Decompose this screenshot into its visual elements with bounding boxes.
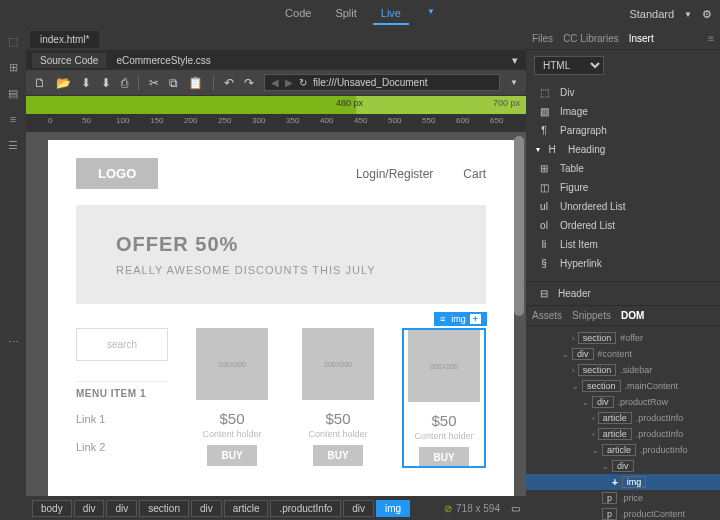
insert-item-heading[interactable]: HHeading [526, 140, 720, 159]
nav-back-icon[interactable]: ◀ [271, 77, 279, 88]
print-icon[interactable]: ⎙ [121, 76, 128, 90]
add-before-icon[interactable]: + [612, 477, 618, 488]
product-card[interactable]: 200X200 $50 Content holder BUY [296, 328, 380, 468]
device-icon[interactable]: ▭ [511, 503, 520, 514]
dom-node-section[interactable]: ›section.sidebar [526, 362, 720, 378]
nav-cart[interactable]: Cart [463, 167, 486, 181]
crumb-section[interactable]: section [139, 500, 189, 517]
url-dropdown-icon[interactable]: ▼ [510, 78, 518, 87]
crumb-div[interactable]: div [343, 500, 374, 517]
media-query-bar[interactable]: 480 px 700 px [26, 96, 526, 114]
design-canvas[interactable]: LOGO Login/Register Cart OFFER 50% REALL… [26, 132, 526, 496]
crumb-div[interactable]: div [106, 500, 137, 517]
undo-icon[interactable]: ↶ [224, 76, 234, 90]
dom-node-p[interactable]: p.price [526, 490, 720, 506]
insert-item-unordered-list[interactable]: ulUnordered List [526, 197, 720, 216]
workspace-label[interactable]: Standard [629, 8, 674, 20]
top-bar: Code Split Live ▼ Standard ▼ ⚙ [0, 0, 720, 28]
product-card[interactable]: 200X200 $50 Content holder BUY [190, 328, 274, 468]
crumb-body[interactable]: body [32, 500, 72, 517]
dom-node-div[interactable]: ⌄div#content [526, 346, 720, 362]
buy-button[interactable]: BUY [419, 447, 468, 468]
subtab-css[interactable]: eCommerceStyle.css [108, 53, 218, 68]
new-file-icon[interactable]: 🗋 [34, 76, 46, 90]
page-preview[interactable]: LOGO Login/Register Cart OFFER 50% REALL… [48, 140, 514, 496]
more-icon[interactable]: ⋯ [6, 335, 20, 349]
tab-files[interactable]: Files [532, 33, 553, 44]
tab-assets[interactable]: Assets [532, 310, 562, 321]
dom-node-section[interactable]: ›section#offer [526, 330, 720, 346]
crumb-article[interactable]: article [224, 500, 269, 517]
paste-icon[interactable]: 📋 [188, 76, 203, 90]
dom-node-article[interactable]: ›article.productInfo [526, 410, 720, 426]
insert-item-figure[interactable]: ◫Figure [526, 178, 720, 197]
crumb-productinfo[interactable]: .productInfo [270, 500, 341, 517]
dom-node-article[interactable]: ›article.productInfo [526, 426, 720, 442]
list-icon[interactable]: ≡ [6, 112, 20, 126]
tab-snippets[interactable]: Snippets [572, 310, 611, 321]
address-bar[interactable]: ◀ ▶ ↻ file:///Unsaved_Document [264, 74, 500, 91]
insert-item-table[interactable]: ⊞Table [526, 159, 720, 178]
insert-item-list-item[interactable]: liList Item [526, 235, 720, 254]
tab-dom[interactable]: DOM [621, 310, 644, 321]
insert-item-ordered-list[interactable]: olOrdered List [526, 216, 720, 235]
open-icon[interactable]: 📂 [56, 76, 71, 90]
insert-category-select[interactable]: HTML [534, 56, 604, 75]
nav-fwd-icon[interactable]: ▶ [285, 77, 293, 88]
cut-icon[interactable]: ✂ [149, 76, 159, 90]
redo-icon[interactable]: ↷ [244, 76, 254, 90]
sidebar-link-1[interactable]: Link 1 [76, 405, 168, 433]
offer-banner[interactable]: OFFER 50% REALLY AWESOME DISCOUNTS THIS … [76, 205, 486, 304]
sync-icon[interactable]: ⚙ [702, 8, 712, 21]
dom-node-section[interactable]: ⌄section.mainContent [526, 378, 720, 394]
logo[interactable]: LOGO [76, 158, 158, 189]
dom-node-article[interactable]: ⌄article.productInfo [526, 442, 720, 458]
buy-button[interactable]: BUY [207, 445, 256, 466]
crumb-img[interactable]: img [376, 500, 410, 517]
copy-icon[interactable]: ⧉ [169, 76, 178, 90]
product-image[interactable]: 200X200 [408, 330, 480, 402]
tab-cclibraries[interactable]: CC Libraries [563, 33, 619, 44]
menu-icon[interactable]: ☰ [6, 138, 20, 152]
panel-menu-icon[interactable]: ≡ [708, 33, 714, 44]
buy-button[interactable]: BUY [313, 445, 362, 466]
sidebar-link-2[interactable]: Link 2 [76, 433, 168, 461]
view-live[interactable]: Live [373, 3, 409, 25]
dom-node-div[interactable]: ⌄div [526, 458, 720, 474]
insert-item-paragraph[interactable]: ¶Paragraph [526, 121, 720, 140]
insert-item-div[interactable]: ⬚Div [526, 83, 720, 102]
search-input[interactable]: search [76, 328, 168, 361]
save-all-icon[interactable]: ⬇ [101, 76, 111, 90]
assets-icon[interactable]: ⊞ [6, 60, 20, 74]
files-icon[interactable]: ▤ [6, 86, 20, 100]
view-split[interactable]: Split [327, 3, 364, 25]
subtab-source[interactable]: Source Code [32, 53, 106, 68]
product-card-selected[interactable]: img+ 200X200 $50 Content holder BUY [402, 328, 486, 468]
dom-node-img[interactable]: +img [526, 474, 720, 490]
view-code[interactable]: Code [277, 3, 319, 25]
product-image[interactable]: 200X200 [302, 328, 374, 400]
right-panel: Files CC Libraries Insert ≡ HTML ⬚Div▧Im… [526, 28, 720, 520]
view-dropdown-icon[interactable]: ▼ [419, 3, 443, 25]
inspect-icon[interactable]: ⬚ [6, 34, 20, 48]
product-image[interactable]: 200X200 [196, 328, 268, 400]
insert-header-item[interactable]: ⊟ Header [526, 281, 720, 305]
dom-node-div[interactable]: ⌄div.productRow [526, 394, 720, 410]
nav-login[interactable]: Login/Register [356, 167, 433, 181]
dom-tree[interactable]: ›section#offer⌄div#content›section.sideb… [526, 326, 720, 520]
reload-icon[interactable]: ↻ [299, 77, 307, 88]
doc-tab-index[interactable]: index.html* [30, 31, 99, 48]
canvas-scrollbar[interactable] [514, 136, 524, 316]
save-icon[interactable]: ⬇ [81, 76, 91, 90]
element-tag-badge[interactable]: img+ [434, 312, 487, 326]
menu-heading[interactable]: MENU ITEM 1 [76, 381, 168, 405]
crumb-div[interactable]: div [74, 500, 105, 517]
tab-insert[interactable]: Insert [629, 33, 654, 44]
insert-item-hyperlink[interactable]: §Hyperlink [526, 254, 720, 273]
insert-item-image[interactable]: ▧Image [526, 102, 720, 121]
crumb-div[interactable]: div [191, 500, 222, 517]
workspace-dropdown-icon[interactable]: ▼ [684, 10, 692, 19]
filter-icon[interactable]: ▾ [512, 54, 518, 67]
add-icon[interactable]: + [470, 314, 481, 324]
dom-node-p[interactable]: p.productContent [526, 506, 720, 520]
